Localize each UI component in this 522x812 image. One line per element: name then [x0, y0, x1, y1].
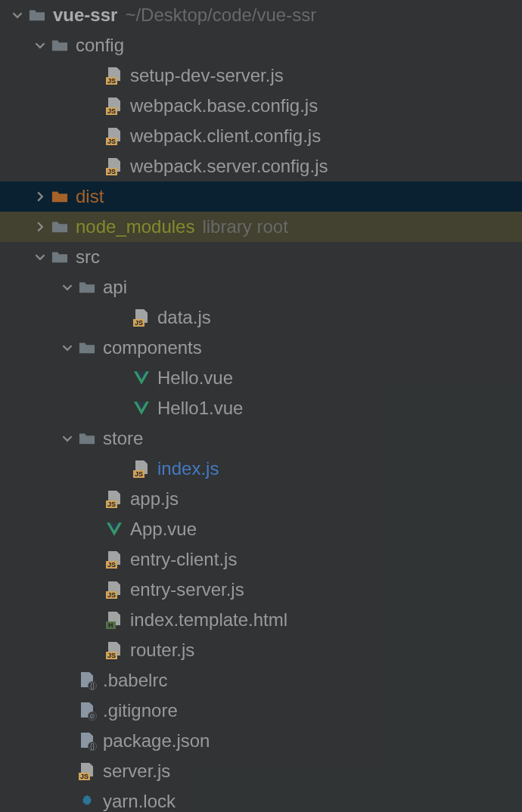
file-label: Hello1.vue — [157, 398, 243, 419]
folder-suffix: library root — [202, 216, 287, 237]
js-file-icon — [133, 460, 150, 477]
file-label: index.template.html — [130, 609, 287, 631]
folder-icon — [79, 279, 95, 296]
vue-file-icon — [106, 521, 123, 538]
folder-label: node_modules — [76, 216, 194, 237]
tree-row-folder-src[interactable]: src — [0, 242, 522, 272]
tree-row-file[interactable]: entry-server.js — [0, 575, 522, 605]
folder-icon — [51, 188, 68, 205]
project-tree[interactable]: vue-ssr ~/Desktop/code/vue-ssr config se… — [0, 0, 522, 812]
tree-row-root[interactable]: vue-ssr ~/Desktop/code/vue-ssr — [0, 0, 522, 30]
chevron-right-icon[interactable] — [35, 191, 45, 202]
file-label: webpack.base.config.js — [130, 95, 318, 116]
json-file-icon: {} — [79, 733, 95, 749]
js-file-icon — [106, 128, 123, 144]
vue-file-icon — [133, 400, 150, 417]
file-label: yarn.lock — [103, 791, 176, 812]
tree-row-file[interactable]: webpack.base.config.js — [0, 91, 522, 121]
file-label: setup-dev-server.js — [130, 65, 284, 86]
js-file-icon — [106, 491, 123, 507]
js-file-icon — [106, 551, 123, 568]
file-label: entry-client.js — [130, 549, 237, 570]
js-file-icon — [106, 642, 123, 659]
file-label: server.js — [103, 761, 170, 782]
folder-icon — [51, 218, 68, 235]
folder-label: store — [103, 428, 143, 449]
tree-row-file[interactable]: app.js — [0, 484, 522, 514]
js-file-icon — [79, 763, 95, 779]
folder-icon — [29, 7, 45, 23]
file-label: router.js — [130, 640, 194, 661]
tree-row-file[interactable]: App.vue — [0, 514, 522, 544]
html-file-icon — [106, 612, 123, 628]
folder-icon — [51, 37, 68, 54]
js-file-icon — [106, 581, 123, 598]
file-label: app.js — [130, 488, 179, 510]
tree-row-file[interactable]: index.template.html — [0, 605, 522, 635]
js-file-icon — [106, 67, 123, 84]
file-label: data.js — [157, 307, 211, 328]
folder-icon — [51, 249, 68, 265]
folder-label: components — [103, 337, 202, 358]
tree-row-file[interactable]: Hello.vue — [0, 363, 522, 393]
tree-row-file[interactable]: yarn.lock — [0, 786, 522, 812]
js-file-icon — [106, 158, 123, 175]
folder-icon — [79, 430, 95, 447]
tree-row-file[interactable]: {} .babelrc — [0, 665, 522, 696]
tree-row-folder-store[interactable]: store — [0, 423, 522, 454]
js-file-icon — [133, 309, 150, 326]
gitignore-file-icon: ⊘ — [79, 702, 95, 719]
root-name: vue-ssr — [53, 5, 117, 26]
js-file-icon — [106, 98, 123, 114]
chevron-down-icon[interactable] — [12, 10, 23, 20]
tree-row-file[interactable]: server.js — [0, 756, 522, 786]
folder-label: dist — [76, 186, 104, 207]
tree-row-file[interactable]: Hello1.vue — [0, 393, 522, 423]
tree-row-folder-config[interactable]: config — [0, 30, 522, 60]
tree-row-file[interactable]: entry-client.js — [0, 544, 522, 575]
tree-row-folder-node-modules[interactable]: node_modules library root — [0, 212, 522, 242]
tree-row-file[interactable]: ⊘ .gitignore — [0, 696, 522, 726]
chevron-right-icon[interactable] — [35, 222, 45, 232]
root-path: ~/Desktop/code/vue-ssr — [125, 5, 316, 26]
file-label: entry-server.js — [130, 579, 244, 600]
config-file-icon: {} — [79, 672, 95, 689]
file-label: webpack.client.config.js — [130, 126, 321, 147]
yarn-file-icon — [79, 793, 95, 810]
folder-label: config — [76, 35, 124, 56]
tree-row-file[interactable]: router.js — [0, 635, 522, 665]
chevron-down-icon[interactable] — [62, 433, 73, 444]
tree-row-folder-components[interactable]: components — [0, 333, 522, 363]
file-label: package.json — [103, 730, 210, 752]
folder-label: src — [76, 246, 100, 268]
chevron-down-icon[interactable] — [62, 282, 73, 293]
tree-row-file[interactable]: setup-dev-server.js — [0, 60, 522, 91]
file-label: Hello.vue — [157, 367, 233, 389]
tree-row-file[interactable]: {} package.json — [0, 726, 522, 756]
tree-row-file[interactable]: webpack.server.config.js — [0, 151, 522, 181]
chevron-down-icon[interactable] — [62, 342, 73, 353]
tree-row-file[interactable]: index.js — [0, 454, 522, 484]
file-label: index.js — [157, 458, 219, 479]
tree-row-file[interactable]: data.js — [0, 302, 522, 333]
folder-icon — [79, 339, 95, 356]
file-label: .gitignore — [103, 700, 178, 721]
chevron-down-icon[interactable] — [35, 252, 45, 262]
tree-row-folder-dist[interactable]: dist — [0, 181, 522, 212]
tree-row-file[interactable]: webpack.client.config.js — [0, 121, 522, 151]
tree-row-folder-api[interactable]: api — [0, 272, 522, 302]
vue-file-icon — [133, 370, 150, 386]
chevron-down-icon[interactable] — [35, 40, 45, 51]
folder-label: api — [103, 277, 127, 298]
file-label: webpack.server.config.js — [130, 156, 328, 177]
file-label: App.vue — [130, 519, 197, 540]
file-label: .babelrc — [103, 670, 167, 691]
